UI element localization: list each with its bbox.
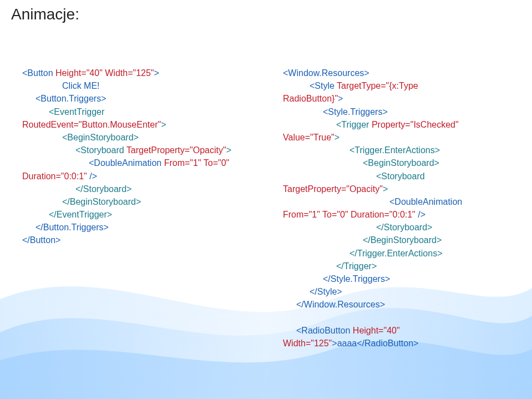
code-token: > [335, 133, 340, 142]
code-line: Duration="0:0:1" /> [22, 170, 266, 183]
code-token: <DoubleAnimation [89, 158, 164, 168]
code-token: <Trigger.EnterActions> [349, 145, 440, 155]
code-token: <BeginStoryboard> [363, 158, 439, 168]
code-token: TargetProperty="Opacity" [283, 184, 383, 194]
slide-title: Animacje: [11, 6, 79, 23]
code-line: <BeginStoryboard> [283, 156, 521, 169]
code-line: </BeginStoryboard> [283, 234, 521, 246]
code-line: </Button.Triggers> [22, 221, 266, 234]
code-token: <Storyboard [75, 145, 126, 155]
code-token: Property="IsChecked" [369, 120, 458, 129]
code-line: <BeginStoryboard> [22, 131, 266, 144]
code-line: </Button> [22, 234, 266, 246]
code-line: </Storyboard> [283, 221, 521, 234]
code-token: Duration="0:0:1" [22, 171, 87, 181]
code-token: /> [87, 171, 97, 181]
code-line: <Trigger Property="IsChecked" [283, 118, 521, 131]
code-token: > [154, 68, 159, 78]
code-line [283, 311, 521, 324]
code-token: Value="True" [283, 133, 335, 142]
code-token: Height="40" Width="125" [53, 68, 154, 78]
code-token: <Style [310, 81, 335, 90]
code-token: > [226, 145, 231, 155]
code-token: <RadioButton [296, 326, 353, 335]
code-line: <Style TargetType="{x:Type [283, 79, 521, 92]
code-line: <Button.Triggers> [22, 92, 266, 105]
code-token: <DoubleAnimation [389, 197, 462, 206]
code-line: </EventTrigger> [22, 208, 266, 221]
code-token: From="1" To="0" [164, 158, 230, 168]
code-line: </Trigger.EnterActions> [283, 247, 521, 260]
code-token: </Trigger> [336, 261, 377, 271]
code-token: <Trigger [336, 120, 369, 129]
code-line: </Trigger> [283, 260, 521, 272]
code-line: </Storyboard> [22, 183, 266, 195]
code-token: </BeginStoryboard> [363, 235, 442, 245]
code-block-right: <Window.Resources><Style TargetType="{x:… [283, 67, 521, 350]
code-line: TargetProperty="Opacity"> [283, 183, 521, 195]
code-token: </Window.Resources> [296, 300, 385, 309]
code-line: <Style.Triggers> [283, 105, 521, 118]
code-token: > [161, 120, 166, 129]
code-token: <EventTrigger [49, 107, 104, 117]
code-line: <RadioButton Height="40" [283, 324, 521, 337]
code-token: TargetProperty="Opacity" [126, 145, 226, 155]
code-token: <Button [22, 68, 53, 78]
code-token: </Button.Triggers> [36, 223, 109, 232]
code-line: </Window.Resources> [283, 298, 521, 311]
code-token: <Style.Triggers> [323, 107, 388, 117]
code-token: From="1" To="0" Duration="0:0:1" [283, 210, 416, 219]
code-token: </Storyboard> [75, 184, 131, 194]
code-line: <Storyboard [283, 170, 521, 183]
code-token: </Style> [310, 287, 342, 296]
code-line: <EventTrigger [22, 105, 266, 118]
code-line: <Trigger.EnterActions> [283, 144, 521, 156]
code-token: </Storyboard> [376, 223, 432, 232]
code-token: RoutedEvent="Button.MouseEnter" [22, 120, 161, 129]
code-token: </Style.Triggers> [323, 274, 390, 284]
code-token: /> [416, 210, 425, 219]
code-token: > [338, 94, 343, 103]
code-line: <Storyboard TargetProperty="Opacity"> [22, 144, 266, 156]
code-token: </EventTrigger> [49, 210, 112, 219]
code-token: </Trigger.EnterActions> [349, 249, 443, 258]
code-line: <Button Height="40" Width="125"> [22, 67, 266, 79]
code-line: </BeginStoryboard> [22, 195, 266, 208]
code-token: <BeginStoryboard> [62, 133, 139, 142]
code-token: </BeginStoryboard> [62, 197, 141, 206]
code-line: </Style.Triggers> [283, 272, 521, 285]
code-line: RadioButton}"> [283, 92, 521, 105]
code-token: Height="40" [353, 326, 400, 335]
code-line: Click ME! [22, 79, 266, 92]
code-token: </Button> [22, 235, 60, 245]
code-token: >aaaa</RadioButton> [332, 339, 418, 348]
code-line: RoutedEvent="Button.MouseEnter"> [22, 118, 266, 131]
code-token: RadioButton}" [283, 94, 338, 103]
code-token [283, 313, 285, 322]
code-token: Click ME! [62, 81, 100, 90]
code-token: <Window.Resources> [283, 68, 369, 78]
code-line: From="1" To="0" Duration="0:0:1" /> [283, 208, 521, 221]
code-token: > [383, 184, 388, 194]
code-line: </Style> [283, 285, 521, 298]
code-line: Width="125">aaaa</RadioButton> [283, 337, 521, 350]
code-token: <Button.Triggers> [36, 94, 106, 103]
code-line: <DoubleAnimation [283, 195, 521, 208]
code-line: Value="True"> [283, 131, 521, 144]
code-block-left: <Button Height="40" Width="125">Click ME… [22, 67, 266, 247]
code-token: <Storyboard [376, 171, 425, 181]
code-token: Width="125" [283, 339, 332, 348]
code-line: <Window.Resources> [283, 67, 521, 79]
code-token: TargetType="{x:Type [335, 81, 418, 90]
code-line: <DoubleAnimation From="1" To="0" [22, 156, 266, 169]
